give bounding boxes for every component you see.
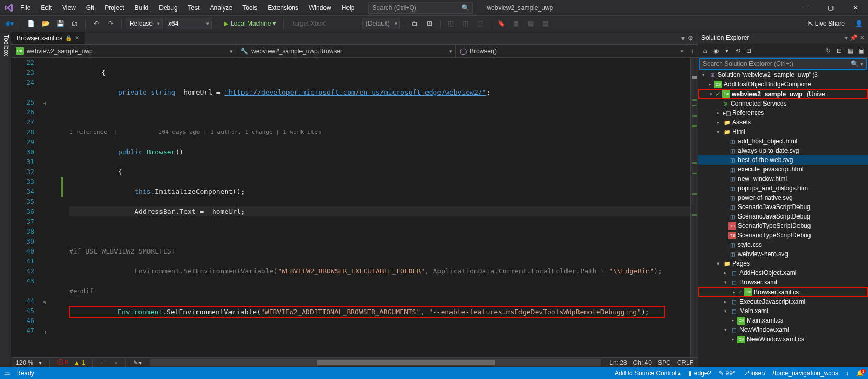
show-all-icon[interactable]: ▦ (846, 46, 855, 55)
window-controls: ― ▢ ✕ (795, 1, 866, 15)
notification-icon[interactable]: 🔔 (856, 370, 864, 377)
solution-search-input[interactable]: Search Solution Explorer (Ctrl+;) 🔍 ▾ (699, 58, 867, 70)
editor-area: Browser.xaml.cs 🔒 ✕ ▾ ⚙ C# webview2_samp… (11, 31, 698, 367)
maximize-button[interactable]: ▢ (820, 1, 841, 15)
save-icon[interactable]: 💾 (54, 17, 66, 30)
main-content: Toolbox Browser.xaml.cs 🔒 ✕ ▾ ⚙ C# webvi… (0, 31, 868, 367)
nav-class[interactable]: 🔧 webview2_sample_uwp.Browser (236, 45, 456, 57)
bookmark-icon[interactable]: 🔖 (495, 17, 508, 30)
home-icon[interactable]: ⌂ (700, 46, 710, 55)
config-dropdown[interactable]: Release (126, 18, 163, 29)
dropdown-icon[interactable]: ▾ (681, 35, 685, 42)
save-all-icon[interactable]: 🗂 (68, 17, 81, 30)
menu-git[interactable]: Git (82, 2, 99, 14)
collapse-icon[interactable]: ⊟ (835, 46, 844, 55)
nav-fwd-icon[interactable]: → (112, 359, 118, 366)
run-button[interactable]: ▶Local Machine ▾ (221, 20, 279, 27)
menu-debug[interactable]: Debug (154, 2, 182, 14)
new-file-icon[interactable]: 📄 (25, 17, 37, 30)
pin-icon[interactable]: 📌 (850, 34, 858, 41)
account-icon[interactable]: 👤 (852, 17, 865, 30)
method-icon: ◯ (460, 48, 467, 55)
minimize-button[interactable]: ― (795, 1, 816, 15)
title-bar: File Edit View Git Project Build Debug T… (0, 0, 868, 16)
t7-icon[interactable]: ▦ (539, 17, 552, 30)
toggle-icon[interactable]: ◉ (711, 46, 721, 55)
solution-title: webview2_sample_uwp (487, 4, 553, 12)
menu-extensions[interactable]: Extensions (263, 2, 303, 14)
properties-icon[interactable]: ▣ (857, 46, 866, 55)
nav-back-icon[interactable]: ← (100, 359, 107, 366)
solution-explorer-header[interactable]: Solution Explorer ▾📌✕ (698, 31, 868, 44)
error-count-icon[interactable]: ⓧ 0 (57, 358, 68, 367)
menu-analyze[interactable]: Analyze (205, 2, 237, 14)
output-icon[interactable]: ▭ (4, 370, 10, 377)
nav-project[interactable]: C# webview2_sample_uwp (11, 45, 236, 57)
add-source-control[interactable]: Add to Source Control ▴ (615, 370, 681, 377)
live-share-button[interactable]: ⇱ Live Share (803, 20, 850, 27)
t2-icon[interactable]: ◫ (459, 17, 472, 30)
force-nav-indicator[interactable]: /force_navigation_wcos (773, 370, 838, 377)
menu-edit[interactable]: Edit (36, 2, 56, 14)
layout-icon[interactable]: ⊞ (423, 17, 436, 30)
dropdown-icon[interactable]: ▾ (844, 34, 848, 41)
scroll-map[interactable] (690, 58, 698, 357)
navigation-bar: C# webview2_sample_uwp 🔧 webview2_sample… (11, 45, 698, 58)
warning-count-icon[interactable]: ▲ 1 (74, 359, 85, 366)
toolbox-icon[interactable]: 🗀 (409, 17, 421, 30)
search-placeholder: Search (Ctrl+Q) (372, 4, 416, 12)
repo-indicator[interactable]: ▮ edge2 (688, 370, 711, 377)
line-indicator: Ln: 28 (609, 359, 627, 366)
scope-icon[interactable]: ⊡ (744, 46, 754, 55)
global-search-input[interactable]: Search (Ctrl+Q) 🔍 (368, 2, 473, 14)
close-icon[interactable]: ✕ (860, 34, 865, 41)
default-dropdown[interactable]: (Default) (362, 18, 400, 29)
file-tab-browser[interactable]: Browser.xaml.cs 🔒 ✕ (11, 32, 85, 44)
solution-explorer-panel: Solution Explorer ▾📌✕ ⌂ ◉ ▾ ⟲ ⊡ ↻ ⊟ ▦ ▣ … (698, 31, 868, 367)
refresh-icon[interactable]: ↻ (824, 46, 833, 55)
sync-indicator[interactable]: ↓ (846, 370, 849, 377)
csharp-project-icon: C# (16, 47, 24, 55)
close-tab-icon[interactable]: ✕ (75, 35, 79, 41)
menu-file[interactable]: File (16, 2, 35, 14)
platform-dropdown[interactable]: x64 (165, 18, 212, 29)
lock-icon: 🔒 (65, 35, 72, 41)
changes-indicator[interactable]: ✎ 99* (719, 370, 735, 377)
zoom-level[interactable]: 120 % (16, 359, 33, 366)
class-icon: 🔧 (240, 48, 248, 55)
menu-window[interactable]: Window (304, 2, 336, 14)
redo-icon[interactable]: ↷ (105, 17, 117, 30)
menu-build[interactable]: Build (130, 2, 154, 14)
close-button[interactable]: ✕ (845, 1, 866, 15)
sync-icon[interactable]: ⟲ (733, 46, 743, 55)
menu-tools[interactable]: Tools (238, 2, 262, 14)
solution-tree[interactable]: ▾⊞Solution 'webview2_sample_uwp' (3 ▸C#A… (698, 70, 868, 367)
split-icon[interactable]: ⫲ (687, 45, 698, 57)
gear-icon[interactable]: ⚙ (688, 35, 693, 42)
t3-icon[interactable]: ◫ (474, 17, 487, 30)
t6-icon[interactable]: ▦ (525, 17, 537, 30)
pen-icon[interactable]: ✎▾ (133, 359, 142, 366)
nav-member[interactable]: ◯ Browser() (456, 45, 687, 57)
menu-view[interactable]: View (57, 2, 80, 14)
back-icon[interactable]: ◉▾ (3, 17, 16, 30)
t1-icon[interactable]: ◫ (445, 17, 457, 30)
code-body[interactable]: { private string _homeUrl = "https://dev… (67, 58, 690, 357)
horizontal-scrollbar[interactable] (150, 359, 601, 366)
open-icon[interactable]: 📂 (39, 17, 52, 30)
menu-test[interactable]: Test (183, 2, 204, 14)
main-toolbar: ◉▾ 📄 📂 💾 🗂 ↶ ↷ Release x64 ▶Local Machin… (0, 16, 868, 31)
menu-project[interactable]: Project (100, 2, 129, 14)
code-editor[interactable]: 22 23 24 25 26 27 28 29 30 31 32 33 34 3… (11, 58, 698, 357)
toolbox-tab[interactable]: Toolbox (0, 31, 11, 367)
menu-help[interactable]: Help (337, 2, 360, 14)
spaces-indicator[interactable]: SPC (658, 359, 671, 366)
branch-indicator[interactable]: ⎇ user/ (743, 370, 766, 377)
eol-indicator[interactable]: CRLF (677, 359, 693, 366)
search-icon: 🔍 (461, 4, 469, 12)
status-ready: Ready (16, 370, 34, 377)
line-gutter: 22 23 24 25 26 27 28 29 30 31 32 33 34 3… (11, 58, 40, 357)
status-bar: ▭ Ready Add to Source Control ▴ ▮ edge2 … (0, 367, 868, 379)
t5-icon[interactable]: ▦ (510, 17, 523, 30)
undo-icon[interactable]: ↶ (90, 17, 102, 30)
